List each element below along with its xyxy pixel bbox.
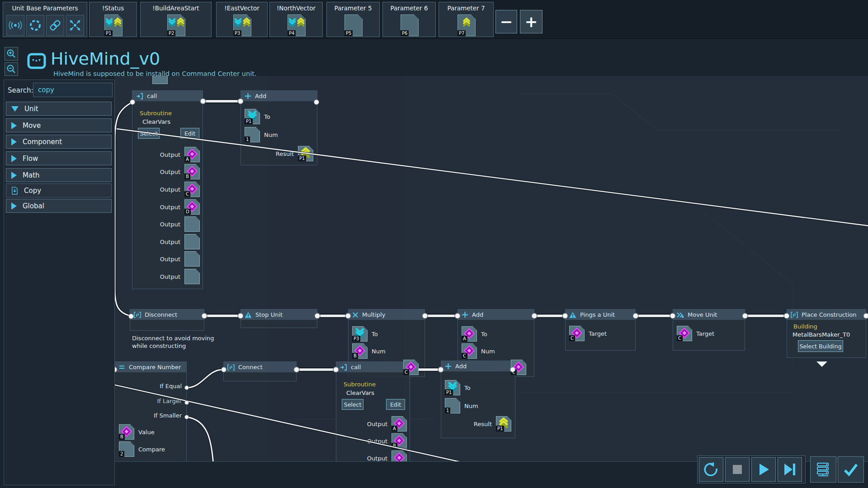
node-header[interactable]: Pings a Unit <box>566 310 635 320</box>
tab-eastvector[interactable]: !EastVector P3 <box>216 2 268 37</box>
register-card[interactable]: C <box>184 182 200 197</box>
register-card[interactable]: P1 <box>298 146 313 161</box>
zoom-out-button[interactable] <box>5 62 18 76</box>
sidebar-item-component[interactable]: Component <box>6 135 112 149</box>
register-card[interactable]: P1 <box>496 416 511 432</box>
exec-in-port[interactable] <box>128 314 134 319</box>
register-card[interactable]: 1 <box>245 127 260 142</box>
node-add-3[interactable]: Add P1 To 1 Num Result P1 <box>441 361 515 438</box>
node-pings-a-unit[interactable]: Pings a Unit C Target <box>565 309 636 351</box>
if-smaller-port[interactable] <box>184 415 189 419</box>
register-card[interactable]: C <box>677 326 692 341</box>
register-card[interactable]: P3 <box>352 326 368 342</box>
node-compare-number[interactable]: Compare Number If Equal If Larger If Sma… <box>115 361 187 462</box>
register-card-empty[interactable] <box>184 234 200 249</box>
register-card-empty[interactable] <box>184 216 200 232</box>
search-input[interactable] <box>33 83 113 97</box>
register-card[interactable]: P1 <box>445 380 460 395</box>
parameter-card-icon[interactable]: P6 <box>401 14 419 36</box>
zoom-in-button[interactable] <box>5 47 18 61</box>
node-call-1[interactable]: call Subroutine ClearVars Select Edit Ou… <box>132 90 203 289</box>
parameter-card-icon[interactable]: P2 <box>167 14 185 36</box>
node-header[interactable]: call <box>132 91 203 102</box>
expand-arrow[interactable] <box>816 361 828 369</box>
node-disconnect[interactable]: Disconnect <box>130 309 204 331</box>
node-header[interactable]: Disconnect <box>130 310 204 320</box>
behavior-title[interactable]: HiveMind_v0 <box>51 49 160 69</box>
register-card[interactable] <box>392 450 407 462</box>
parameter-card-icon[interactable]: P1 <box>104 14 123 36</box>
select-subroutine-button[interactable]: Select <box>138 128 160 139</box>
tab-parameter-6[interactable]: Parameter 6 P6 <box>382 2 436 37</box>
edit-subroutine-button[interactable]: Edit <box>386 399 405 410</box>
parameter-card-icon[interactable]: P3 <box>233 14 251 36</box>
node-header[interactable]: Connect <box>224 362 296 373</box>
register-card-empty[interactable] <box>184 251 200 267</box>
node-add-1[interactable]: Add P1 To 1 Num Result P1 <box>241 90 317 165</box>
remove-parameter-button[interactable]: − <box>495 10 517 33</box>
exec-out-port[interactable] <box>510 367 515 372</box>
chevron-right-icon <box>11 202 17 210</box>
node-graph-canvas[interactable]: call Subroutine ClearVars Select Edit Ou… <box>115 76 868 462</box>
node-header[interactable]: Add <box>458 310 534 320</box>
register-card[interactable]: D <box>184 199 200 215</box>
register-card[interactable]: B <box>392 433 407 449</box>
node-stop-unit[interactable]: Stop Unit <box>241 309 317 328</box>
link-icon[interactable] <box>46 15 64 36</box>
register-card-empty[interactable] <box>184 269 200 284</box>
register-card[interactable]: B <box>184 164 200 179</box>
register-card[interactable]: B <box>352 343 368 359</box>
sidebar-item-global[interactable]: Global <box>6 199 112 213</box>
parameter-card-icon[interactable]: P4 <box>288 14 306 36</box>
tab-parameter-5[interactable]: Parameter 5 P5 <box>326 2 380 37</box>
parameter-card-icon[interactable]: P5 <box>344 14 363 36</box>
register-card[interactable]: 2 <box>119 441 134 457</box>
sidebar-item-copy[interactable]: Copy <box>6 183 112 197</box>
register-card[interactable]: 1 <box>445 398 460 413</box>
tab-status[interactable]: !Status P1 <box>89 2 137 37</box>
node-comment[interactable]: Disconnect to avoid moving while constru… <box>132 334 214 350</box>
broadcast-icon[interactable] <box>6 15 24 36</box>
rotate-icon[interactable] <box>26 15 44 36</box>
node-header[interactable]: call <box>336 362 410 373</box>
register-card[interactable]: C <box>462 343 477 359</box>
center-arrows-icon[interactable] <box>66 15 84 36</box>
exec-out-port[interactable] <box>314 99 319 105</box>
parameter-card-icon[interactable]: P7 <box>458 14 476 36</box>
register-card[interactable]: A <box>392 416 407 432</box>
output-label: Output <box>160 256 180 263</box>
node-connect[interactable]: Connect <box>223 361 297 381</box>
sidebar-item-math[interactable]: Math <box>6 168 112 182</box>
node-place-construction[interactable]: Place Construction Building MetalBarsMak… <box>787 309 866 358</box>
sidebar-item-move[interactable]: Move <box>6 118 112 132</box>
node-header[interactable]: Place Construction <box>787 310 866 320</box>
sidebar-item-flow[interactable]: Flow <box>6 151 112 165</box>
if-equal-port[interactable] <box>184 385 189 390</box>
node-call-2[interactable]: call Subroutine ClearVars Select Edit Ou… <box>336 361 410 462</box>
register-card[interactable]: A <box>462 326 477 342</box>
if-larger-port[interactable] <box>184 400 189 405</box>
register-card[interactable]: B <box>119 424 134 440</box>
register-card[interactable]: C <box>569 326 585 341</box>
add-parameter-button[interactable]: + <box>520 10 542 33</box>
register-card[interactable]: C <box>403 360 419 375</box>
tab-northvector[interactable]: !NorthVector P4 <box>269 2 323 37</box>
node-header[interactable]: Compare Number <box>115 362 186 373</box>
select-building-button[interactable]: Select Building <box>798 340 843 352</box>
node-header[interactable]: Add <box>241 91 317 102</box>
sidebar-item-unit[interactable]: Unit <box>6 102 112 116</box>
node-header[interactable]: Add <box>441 361 515 372</box>
register-card[interactable]: P1 <box>245 109 260 124</box>
node-header[interactable]: Stop Unit <box>241 310 317 320</box>
node-header[interactable]: Multiply <box>349 310 425 320</box>
register-card[interactable]: A <box>184 147 200 162</box>
select-subroutine-button[interactable]: Select <box>342 399 363 410</box>
node-header[interactable]: Move Unit <box>673 310 745 320</box>
edit-subroutine-button[interactable]: Edit <box>180 128 199 139</box>
node-move-unit[interactable]: Move Unit C Target <box>673 309 745 351</box>
tab-buildareastart[interactable]: !BuildAreaStart P2 <box>140 2 212 37</box>
tab-unit-base-parameters[interactable]: Unit Base Parameters <box>3 2 87 37</box>
tab-parameter-7[interactable]: Parameter 7 P7 <box>439 2 494 37</box>
exec-in-port[interactable] <box>221 367 226 372</box>
exec-in-port[interactable] <box>130 99 135 105</box>
